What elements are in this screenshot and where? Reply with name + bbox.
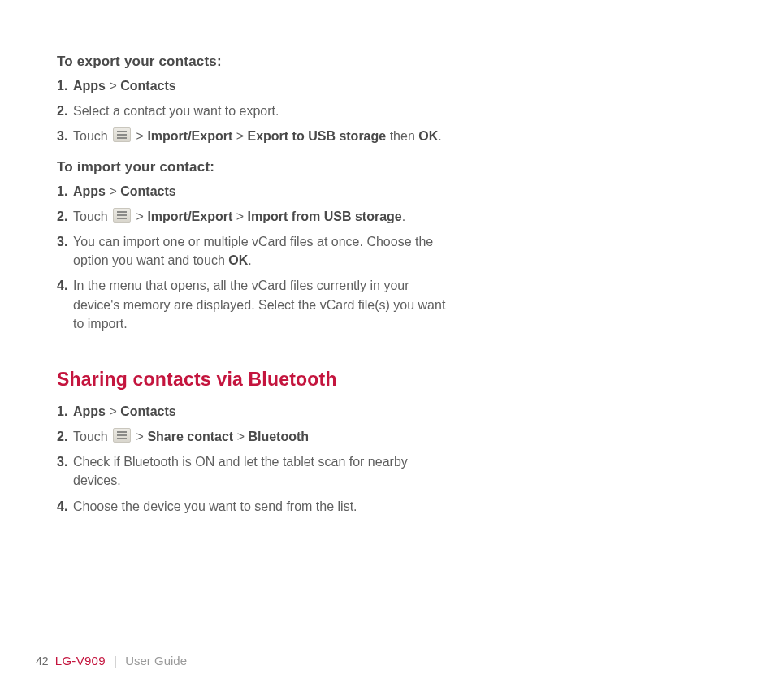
touch-label: Touch (73, 129, 111, 143)
touch-label: Touch (73, 430, 111, 443)
import-step-4: In the menu that opens, all the vCard fi… (57, 276, 447, 333)
export-steps: Apps > Contacts Select a contact you wan… (57, 76, 447, 146)
menu-icon (113, 428, 131, 443)
gt: > (232, 210, 247, 223)
import-heading: To import your contact: (57, 159, 447, 175)
gt: > (132, 129, 147, 143)
export-heading: To export your contacts: (57, 54, 447, 70)
then-label: then (386, 129, 418, 143)
gt: > (132, 210, 147, 223)
sharing-step-1: Apps > Contacts (57, 402, 447, 421)
step3-text-a: You can import one or multiple vCard fil… (73, 235, 433, 267)
gt: > (232, 129, 247, 143)
footer-title: User Guide (125, 654, 187, 668)
sharing-heading: Sharing contacts via Bluetooth (57, 369, 447, 391)
step3-text-b: . (248, 253, 251, 267)
ok-label: OK (418, 129, 438, 143)
path-ie: Import/Export (147, 210, 232, 223)
menu-icon (113, 208, 131, 223)
path-ie: Import/Export (147, 129, 232, 143)
import-step-2: Touch > Import/Export > Import from USB … (57, 207, 447, 226)
menu-icon (113, 127, 131, 142)
touch-label: Touch (73, 210, 111, 223)
path-dest: Export to USB storage (248, 129, 387, 143)
path-bt: Bluetooth (248, 430, 309, 443)
sharing-steps: Apps > Contacts Touch > Share contact > … (57, 402, 447, 516)
path-contacts: Contacts (120, 79, 175, 93)
page-footer: 42 LG-V909 | User Guide (36, 654, 187, 668)
path-gt: > (109, 184, 116, 198)
path-gt: > (109, 404, 116, 418)
path-apps: Apps (73, 404, 106, 418)
sharing-step-4: Choose the device you want to send from … (57, 497, 447, 516)
path-contacts: Contacts (120, 404, 175, 418)
import-step-1: Apps > Contacts (57, 182, 447, 201)
import-steps: Apps > Contacts Touch > Import/Export > … (57, 182, 447, 333)
gt: > (132, 430, 147, 443)
path-contacts: Contacts (120, 184, 175, 198)
export-step-1: Apps > Contacts (57, 76, 447, 95)
path-gt: > (109, 79, 116, 93)
path-apps: Apps (73, 184, 106, 198)
path-apps: Apps (73, 79, 106, 93)
model-label: LG-V909 (55, 654, 106, 668)
path-dest: Import from USB storage (248, 210, 402, 223)
sharing-step-3: Check if Bluetooth is ON and let the tab… (57, 452, 447, 490)
page-number: 42 (36, 655, 49, 668)
import-step-3: You can import one or multiple vCard fil… (57, 232, 447, 270)
sharing-step-2: Touch > Share contact > Bluetooth (57, 427, 447, 446)
page-content: To export your contacts: Apps > Contacts… (0, 0, 504, 555)
ok-label: OK (228, 253, 248, 267)
gt: > (233, 430, 248, 443)
period: . (438, 129, 441, 143)
export-step-3: Touch > Import/Export > Export to USB st… (57, 127, 447, 145)
period: . (402, 210, 405, 223)
path-share: Share contact (147, 430, 233, 443)
footer-divider: | (114, 654, 117, 668)
export-step-2: Select a contact you want to export. (57, 102, 447, 120)
